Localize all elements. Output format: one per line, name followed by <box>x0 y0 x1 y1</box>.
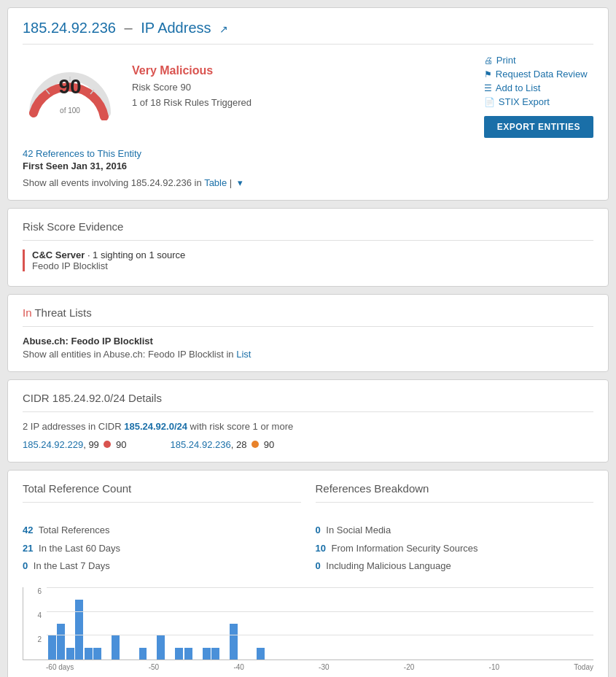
bar-20 <box>230 624 238 660</box>
list-icon: ☰ <box>484 83 492 93</box>
x-label-10: -10 <box>489 663 499 671</box>
cidr-ip2-count: , 28 <box>231 439 247 450</box>
evidence-main-1: C&C Server · 1 sighting on 1 source <box>32 249 593 260</box>
y-axis: 6 4 2 <box>23 587 45 659</box>
evidence-bold-1: C&C Server <box>32 249 85 260</box>
print-link[interactable]: 🖨 Print <box>484 55 516 66</box>
cidr-ip-1: 185.24.92.229, 99 90 <box>23 439 127 450</box>
threat-list-anchor[interactable]: List <box>236 349 251 360</box>
threat-list-name: Abuse.ch: Feodo IP Blocklist <box>23 336 593 347</box>
risk-evidence-title: Risk Score Evidence <box>23 220 593 241</box>
total-ref-stat: 42 Total References <box>23 522 301 540</box>
risk-rules: 1 of 18 Risk Rules Triggered <box>132 96 252 111</box>
chart-area: 6 4 2 <box>23 587 593 660</box>
bar-2 <box>66 648 74 659</box>
title-dash: – <box>124 20 132 36</box>
page-title: 185.24.92.236 – IP Address ↗ <box>23 20 593 45</box>
stix-icon: 📄 <box>484 97 495 107</box>
last7-num: 0 <box>23 560 28 571</box>
ref-count-left-label: Total Reference Count <box>23 482 131 495</box>
last60-num: 21 <box>23 543 33 554</box>
ref-count-link[interactable]: 42 References to This Entity <box>23 148 141 159</box>
ref-count-right-label: References Breakdown <box>316 482 429 495</box>
social-stat: 0 In Social Media <box>316 522 594 540</box>
stix-link[interactable]: 📄 STIX Export <box>484 96 550 107</box>
references-section: 42 References to This Entity First Seen … <box>23 148 593 188</box>
cidr-ip2-link[interactable]: 185.24.92.236 <box>171 439 231 450</box>
cidr-ips: 185.24.92.229, 99 90 185.24.92.236, 28 9… <box>23 439 593 450</box>
cidr-ip1-dot <box>104 441 111 448</box>
cidr-ip1-count: , 99 <box>83 439 99 450</box>
ip-header-card: 185.24.92.236 – IP Address ↗ 90 of 100 <box>7 7 609 201</box>
bar-10 <box>139 648 147 659</box>
bar-15 <box>184 648 192 659</box>
last7-label: In the Last 7 Days <box>34 560 110 571</box>
x-label-50: -50 <box>149 663 159 671</box>
security-stat: 10 From Information Security Sources <box>316 540 594 558</box>
cidr-ip2-dot <box>252 441 259 448</box>
cidr-description: 2 IP addresses in CIDR 185.24.92.0/24 wi… <box>23 421 593 432</box>
social-num: 0 <box>316 525 321 535</box>
ref-count-label: References to This Entity <box>36 148 141 159</box>
cidr-ip1-score: 90 <box>116 439 126 450</box>
bar-4 <box>85 648 93 659</box>
malicious-label: Including Malicious Language <box>326 560 451 571</box>
first-seen-label: First Seen <box>23 160 69 171</box>
in-highlight: In <box>23 306 32 319</box>
ref-count-grid: Total Reference Count References Breakdo… <box>23 482 593 510</box>
ref-stats-right: 0 In Social Media 10 From Information Se… <box>316 522 594 576</box>
review-icon: ⚑ <box>484 69 492 80</box>
actions-section: 🖨 Print ⚑ Request Data Review ☰ Add to L… <box>484 55 593 138</box>
table-link[interactable]: Table <box>204 177 227 188</box>
threat-lists-card: In Threat Lists Abuse.ch: Feodo IP Block… <box>7 294 609 372</box>
cidr-title-label: CIDR 185.24.92.0/24 Details <box>23 392 162 404</box>
review-label: Request Data Review <box>496 69 588 80</box>
y-label-6: 6 <box>37 587 42 595</box>
bar-17 <box>203 648 211 659</box>
cidr-ip2-score: 90 <box>264 439 274 450</box>
risk-label: Very Malicious <box>132 64 252 77</box>
security-label: From Information Security Sources <box>332 543 478 554</box>
total-label: Total References <box>39 525 110 535</box>
gauge-container: 90 of 100 <box>23 55 117 120</box>
bar-12 <box>157 635 165 659</box>
ref-stats-grid: 42 Total References 21 In the Last 60 Da… <box>23 522 593 576</box>
x-axis-labels: -60 days -50 -40 -30 -20 -10 Today <box>23 663 593 671</box>
ref-count-line: 42 References to This Entity <box>23 148 593 159</box>
risk-info: Very Malicious Risk Score 90 1 of 18 Ris… <box>132 64 252 111</box>
x-label-30: -30 <box>319 663 329 671</box>
cidr-title: CIDR 185.24.92.0/24 Details <box>23 392 593 412</box>
ref-count-right-title: References Breakdown <box>316 482 594 503</box>
add-to-list-link[interactable]: ☰ Add to List <box>484 82 540 93</box>
ref-count-left-title: Total Reference Count <box>23 482 301 503</box>
malicious-stat: 0 Including Malicious Language <box>316 557 594 576</box>
security-num: 10 <box>316 543 326 554</box>
show-events-line: Show all events involving 185.24.92.236 … <box>23 177 593 188</box>
evidence-sub-1: Feodo IP Blocklist <box>32 260 593 271</box>
bar-0 <box>48 635 56 659</box>
dropdown-arrow[interactable]: ▾ <box>238 177 243 188</box>
cidr-desc-post: with risk score 1 or more <box>190 421 294 432</box>
last60-stat: 21 In the Last 60 Days <box>23 540 301 558</box>
last7-stat: 0 In the Last 7 Days <box>23 557 301 576</box>
first-seen-date: Jan 31, 2016 <box>71 160 127 171</box>
malicious-num: 0 <box>316 560 321 571</box>
export-entities-button[interactable]: EXPORT ENTITIES <box>484 116 593 138</box>
cidr-ip1-address: 185.24.92.229 <box>23 439 83 450</box>
x-label-60: -60 days <box>46 663 74 671</box>
bar-14 <box>175 648 183 659</box>
chart-wrapper: 6 4 2 -60 days -50 -40 -30 -20 -10 Today <box>23 587 593 671</box>
bar-7 <box>112 635 120 659</box>
external-link-icon[interactable]: ↗ <box>219 23 228 35</box>
cidr-ip1-link[interactable]: 185.24.92.229 <box>23 439 83 450</box>
header-content: 90 of 100 Very Malicious Risk Score 90 1… <box>23 55 593 138</box>
threat-lists-title: In Threat Lists <box>23 306 593 327</box>
cidr-ip-2: 185.24.92.236, 28 90 <box>171 439 275 450</box>
x-label-20: -20 <box>404 663 414 671</box>
cidr-ip2-address: 185.24.92.236 <box>171 439 231 450</box>
cidr-address: 185.24.92.0/24 <box>124 421 187 432</box>
threat-list-link-text: Show all entities in Abuse.ch: Feodo IP … <box>23 349 234 360</box>
bar-1 <box>57 624 65 660</box>
review-link[interactable]: ⚑ Request Data Review <box>484 69 588 80</box>
ref-count-card: Total Reference Count References Breakdo… <box>7 470 609 677</box>
